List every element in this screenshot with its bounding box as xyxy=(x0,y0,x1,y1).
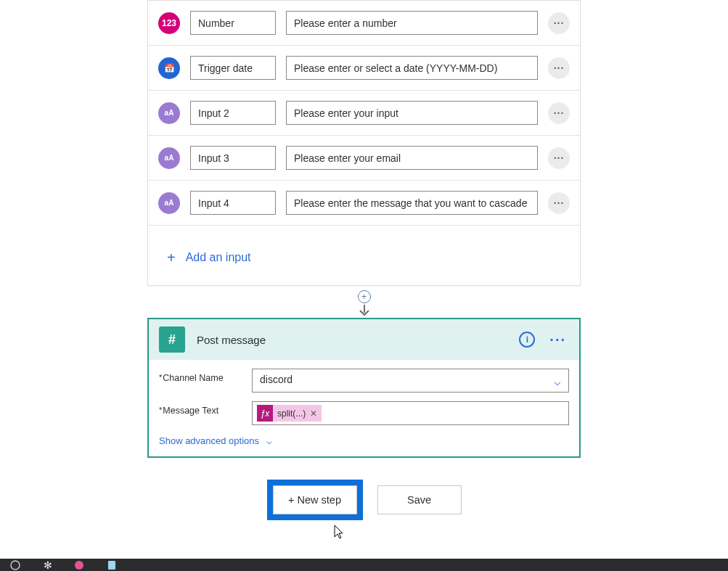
channel-name-value: discord xyxy=(260,374,293,385)
taskbar-app1-icon[interactable] xyxy=(73,559,87,570)
input-value-field[interactable]: Please enter or select a date (YYYY-MM-D… xyxy=(286,56,538,80)
message-text-label: *Message Text xyxy=(159,401,246,416)
row-menu-button[interactable]: ··· xyxy=(548,57,570,79)
svg-rect-3 xyxy=(108,561,115,570)
channel-name-label: *Channel Name xyxy=(159,369,246,383)
save-button[interactable]: Save xyxy=(377,485,462,514)
chevron-down-icon: ⌵ xyxy=(266,435,272,446)
row-menu-button[interactable]: ··· xyxy=(548,147,570,169)
chevron-down-icon: ⌵ xyxy=(554,374,561,387)
trigger-card: 123NumberPlease enter a number···📅Trigge… xyxy=(147,0,581,286)
show-advanced-options[interactable]: Show advanced options ⌵ xyxy=(149,432,579,456)
taskbar: ✻ xyxy=(0,559,728,571)
text-icon: aA xyxy=(158,192,180,214)
input-value-field[interactable]: Please enter your email xyxy=(286,146,538,170)
trigger-input-row: 📅Trigger datePlease enter or select a da… xyxy=(148,56,580,80)
svg-point-1 xyxy=(11,561,20,570)
text-icon: aA xyxy=(158,147,180,169)
arrow-down-icon xyxy=(359,305,369,316)
insert-step-button[interactable]: + xyxy=(358,290,371,303)
trigger-input-row: aAInput 4Please enter the message that y… xyxy=(148,191,580,215)
row-menu-button[interactable]: ··· xyxy=(548,192,570,214)
trigger-input-row: 123NumberPlease enter a number··· xyxy=(148,11,580,35)
fx-icon: ƒx xyxy=(257,405,273,422)
new-step-highlight: + New step xyxy=(267,480,363,520)
input-value-field[interactable]: Please enter your input xyxy=(286,101,538,125)
message-text-input[interactable]: ƒx split(...) ✕ xyxy=(252,401,569,425)
slack-icon: # xyxy=(159,326,185,353)
action-card: # Post message i ··· *Channel Name disco… xyxy=(147,318,581,458)
trigger-input-row: aAInput 3Please enter your email··· xyxy=(148,146,580,170)
row-menu-button[interactable]: ··· xyxy=(548,102,570,124)
action-header[interactable]: # Post message i ··· xyxy=(149,319,579,360)
token-remove-icon[interactable]: ✕ xyxy=(310,408,317,419)
text-icon: aA xyxy=(158,102,180,124)
taskbar-app2-icon[interactable] xyxy=(105,559,119,570)
taskbar-start-icon[interactable] xyxy=(9,559,23,570)
add-input-button[interactable]: + Add an input xyxy=(148,236,580,281)
input-name-field[interactable]: Input 2 xyxy=(190,101,276,125)
channel-name-dropdown[interactable]: discord ⌵ xyxy=(252,369,569,393)
taskbar-settings-icon[interactable]: ✻ xyxy=(41,559,55,570)
input-value-field[interactable]: Please enter a number xyxy=(286,11,538,35)
input-value-field[interactable]: Please enter the message that you want t… xyxy=(286,191,538,215)
info-icon[interactable]: i xyxy=(519,332,535,348)
date-icon: 📅 xyxy=(158,57,180,79)
svg-point-2 xyxy=(75,561,83,570)
action-menu-button[interactable]: ··· xyxy=(547,332,569,348)
plus-icon: + xyxy=(167,250,176,265)
input-name-field[interactable]: Trigger date xyxy=(190,56,276,80)
footer-buttons: + New step Save xyxy=(267,480,462,520)
input-name-field[interactable]: Number xyxy=(190,11,276,35)
expression-token[interactable]: ƒx split(...) ✕ xyxy=(257,405,322,422)
row-menu-button[interactable]: ··· xyxy=(548,12,570,34)
number-icon: 123 xyxy=(158,12,180,34)
action-title: Post message xyxy=(197,334,507,346)
add-input-label: Add an input xyxy=(186,251,251,264)
input-name-field[interactable]: Input 4 xyxy=(190,191,276,215)
trigger-input-row: aAInput 2Please enter your input··· xyxy=(148,101,580,125)
input-name-field[interactable]: Input 3 xyxy=(190,146,276,170)
new-step-button[interactable]: + New step xyxy=(273,485,357,514)
